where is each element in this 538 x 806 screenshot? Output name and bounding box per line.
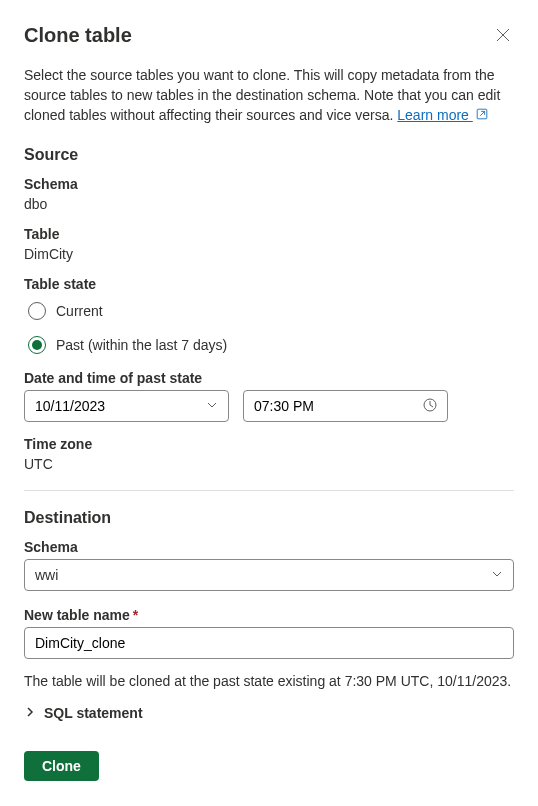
timezone-value: UTC: [24, 456, 514, 472]
time-picker[interactable]: [243, 390, 448, 422]
dest-schema-select[interactable]: wwi: [24, 559, 514, 591]
time-input[interactable]: [254, 398, 423, 414]
new-table-name-field[interactable]: [24, 627, 514, 659]
destination-heading: Destination: [24, 509, 514, 527]
source-heading: Source: [24, 146, 514, 164]
dialog-description: Select the source tables you want to clo…: [24, 65, 514, 126]
new-table-name-label-text: New table name: [24, 607, 130, 623]
date-picker[interactable]: [24, 390, 229, 422]
chevron-down-icon: [491, 567, 503, 583]
radio-current-label: Current: [56, 303, 103, 319]
source-schema-value: dbo: [24, 196, 514, 212]
timezone-label: Time zone: [24, 436, 514, 452]
close-button[interactable]: [492, 24, 514, 49]
dest-schema-value: wwi: [35, 567, 58, 583]
datetime-label: Date and time of past state: [24, 370, 514, 386]
external-link-icon: [475, 106, 489, 126]
source-table-value: DimCity: [24, 246, 514, 262]
dialog-title: Clone table: [24, 24, 132, 47]
new-table-name-input[interactable]: [35, 635, 503, 651]
date-input[interactable]: [35, 398, 206, 414]
chevron-right-icon: [24, 705, 36, 721]
chevron-down-icon: [206, 398, 218, 414]
required-asterisk: *: [133, 607, 138, 623]
learn-more-link[interactable]: Learn more: [397, 107, 472, 123]
radio-icon: [28, 302, 46, 320]
clock-icon: [423, 398, 437, 415]
radio-past-label: Past (within the last 7 days): [56, 337, 227, 353]
radio-icon: [28, 336, 46, 354]
new-table-name-label: New table name*: [24, 607, 514, 623]
clone-note: The table will be cloned at the past sta…: [24, 673, 514, 689]
table-state-label: Table state: [24, 276, 514, 292]
clone-button[interactable]: Clone: [24, 751, 99, 781]
dest-schema-label: Schema: [24, 539, 514, 555]
source-schema-label: Schema: [24, 176, 514, 192]
sql-statement-label: SQL statement: [44, 705, 143, 721]
source-table-label: Table: [24, 226, 514, 242]
radio-current[interactable]: Current: [28, 302, 514, 320]
sql-statement-expander[interactable]: SQL statement: [24, 705, 514, 721]
radio-past[interactable]: Past (within the last 7 days): [28, 336, 514, 354]
close-icon: [496, 30, 510, 45]
divider: [24, 490, 514, 491]
